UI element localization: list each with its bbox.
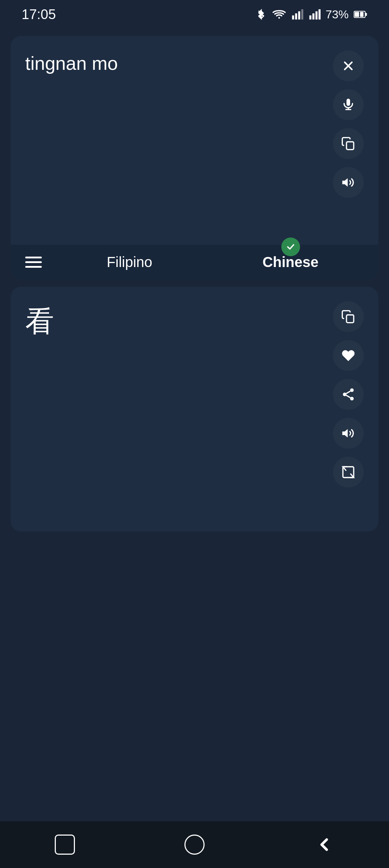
battery-icon (354, 8, 367, 21)
close-button[interactable] (333, 50, 364, 81)
svg-rect-18 (346, 142, 354, 150)
signal-icon-2 (308, 8, 321, 21)
svg-rect-10 (318, 9, 321, 19)
status-bar: 17:05 73% (0, 0, 389, 29)
source-language-button[interactable]: Filipino (56, 254, 203, 270)
svg-line-25 (346, 391, 350, 394)
target-language-wrapper: Chinese (217, 254, 364, 270)
signal-icon-1 (291, 8, 303, 21)
share-icon (341, 387, 356, 402)
result-actions (333, 301, 364, 521)
menu-line-1 (25, 257, 42, 258)
back-button[interactable] (310, 830, 339, 859)
recent-apps-icon (55, 835, 75, 855)
navigation-bar (0, 821, 389, 868)
main-content: tingnan mo (0, 29, 389, 539)
svg-rect-6 (301, 9, 303, 19)
input-area: tingnan mo (11, 36, 378, 245)
result-copy-button[interactable] (333, 301, 364, 332)
input-actions (333, 50, 364, 234)
menu-line-2 (25, 261, 42, 263)
svg-point-21 (350, 388, 354, 392)
svg-rect-15 (346, 99, 350, 106)
svg-marker-26 (342, 429, 348, 437)
svg-rect-4 (295, 13, 297, 19)
top-translation-card: tingnan mo (11, 36, 378, 280)
svg-point-23 (350, 397, 354, 401)
battery-percent: 73% (326, 8, 349, 21)
bottom-translation-card: 看 (11, 287, 378, 532)
svg-line-24 (346, 395, 350, 398)
svg-rect-9 (316, 12, 318, 20)
microphone-button[interactable] (333, 89, 364, 120)
wifi-icon (272, 8, 286, 21)
svg-marker-19 (342, 178, 348, 186)
heart-icon (341, 348, 356, 363)
back-icon (314, 835, 334, 855)
svg-rect-12 (366, 13, 367, 16)
copy-icon (341, 136, 356, 151)
expand-icon (341, 465, 356, 479)
svg-rect-8 (312, 13, 314, 19)
svg-rect-3 (292, 15, 294, 19)
svg-point-22 (343, 393, 346, 396)
svg-rect-20 (346, 315, 354, 323)
tts-button[interactable] (333, 167, 364, 198)
result-text: 看 (25, 301, 333, 521)
result-area: 看 (11, 287, 378, 532)
microphone-icon (341, 98, 356, 112)
close-icon (341, 59, 356, 73)
status-time: 17:05 (22, 7, 56, 22)
language-bar: Filipino Chinese (11, 245, 378, 280)
checkmark-icon (286, 242, 296, 252)
svg-rect-7 (309, 15, 312, 19)
menu-button[interactable] (25, 257, 42, 268)
result-copy-icon (341, 309, 356, 324)
copy-button[interactable] (333, 128, 364, 159)
sound-icon (341, 175, 356, 190)
expand-button[interactable] (333, 457, 364, 488)
result-sound-icon (341, 426, 356, 440)
home-icon (184, 835, 205, 855)
bluetooth-icon (255, 8, 267, 21)
favorite-button[interactable] (333, 340, 364, 371)
recent-apps-button[interactable] (50, 830, 79, 859)
target-language-button[interactable]: Chinese (263, 254, 319, 270)
svg-rect-5 (298, 12, 300, 20)
menu-line-3 (25, 266, 42, 268)
status-icons: 73% (255, 8, 367, 21)
result-tts-button[interactable] (333, 418, 364, 449)
home-button[interactable] (180, 830, 209, 859)
check-badge (281, 238, 300, 256)
share-button[interactable] (333, 379, 364, 410)
svg-point-2 (278, 17, 280, 19)
source-text[interactable]: tingnan mo (25, 50, 333, 234)
